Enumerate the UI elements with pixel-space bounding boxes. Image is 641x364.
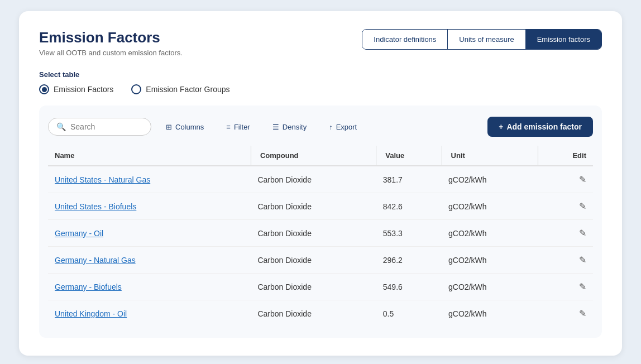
density-button[interactable]: ☰ Density <box>265 119 314 135</box>
cell-name-1: United States - Biofuels <box>48 193 251 220</box>
filter-icon: ≡ <box>226 123 231 131</box>
col-name: Name <box>48 146 251 166</box>
page-title: Emission Factors <box>39 29 183 46</box>
table-row: United States - Natural Gas Carbon Dioxi… <box>48 166 593 193</box>
cell-edit-4[interactable]: ✎ <box>538 274 593 300</box>
page-subtitle: View all OOTB and custom emission factor… <box>39 49 183 57</box>
tab-units-of-measure[interactable]: Units of measure <box>448 30 525 49</box>
radio-circle-factors <box>39 84 49 94</box>
cell-unit-0: gCO2/kWh <box>442 166 538 193</box>
cell-name-0: United States - Natural Gas <box>48 166 251 193</box>
cell-name-5: United Kingdom - Oil <box>48 300 251 327</box>
cell-compound-5: Carbon Dioxide <box>251 300 376 327</box>
name-link-4[interactable]: Germany - Biofuels <box>55 282 122 291</box>
table-row: Germany - Natural Gas Carbon Dioxide 296… <box>48 247 593 274</box>
cell-unit-1: gCO2/kWh <box>442 193 538 220</box>
radio-label-groups: Emission Factor Groups <box>146 85 229 94</box>
cell-compound-1: Carbon Dioxide <box>251 193 376 220</box>
name-link-3[interactable]: Germany - Natural Gas <box>55 256 136 265</box>
select-table-section: Select table Emission Factors Emission F… <box>39 70 602 94</box>
col-edit: Edit <box>538 146 593 166</box>
cell-value-2: 553.3 <box>376 220 442 247</box>
add-label: Add emission factor <box>506 122 582 131</box>
col-unit: Unit <box>442 146 538 166</box>
name-link-1[interactable]: United States - Biofuels <box>55 202 136 211</box>
cell-value-3: 296.2 <box>376 247 442 274</box>
columns-button[interactable]: ⊞ Columns <box>158 119 212 135</box>
cell-edit-2[interactable]: ✎ <box>538 220 593 247</box>
cell-unit-3: gCO2/kWh <box>442 247 538 274</box>
cell-unit-2: gCO2/kWh <box>442 220 538 247</box>
cell-edit-5[interactable]: ✎ <box>538 300 593 327</box>
cell-value-4: 549.6 <box>376 274 442 300</box>
search-box[interactable]: 🔍 <box>48 118 151 136</box>
table-row: United States - Biofuels Carbon Dioxide … <box>48 193 593 220</box>
cell-compound-4: Carbon Dioxide <box>251 274 376 300</box>
cell-value-1: 842.6 <box>376 193 442 220</box>
export-icon: ↑ <box>329 123 333 131</box>
filter-label: Filter <box>234 123 250 131</box>
table-row: Germany - Biofuels Carbon Dioxide 549.6 … <box>48 274 593 300</box>
radio-label-factors: Emission Factors <box>54 85 113 94</box>
select-table-label: Select table <box>39 70 602 79</box>
cell-edit-1[interactable]: ✎ <box>538 193 593 220</box>
export-label: Export <box>336 123 357 131</box>
radio-circle-groups <box>131 84 141 94</box>
name-link-5[interactable]: United Kingdom - Oil <box>55 309 127 318</box>
density-label: Density <box>283 123 307 131</box>
radio-group: Emission Factors Emission Factor Groups <box>39 84 602 94</box>
table-row: United Kingdom - Oil Carbon Dioxide 0.5 … <box>48 300 593 327</box>
cell-compound-2: Carbon Dioxide <box>251 220 376 247</box>
header-left: Emission Factors View all OOTB and custo… <box>39 29 183 57</box>
col-compound: Compound <box>251 146 376 166</box>
radio-emission-factors[interactable]: Emission Factors <box>39 84 113 94</box>
tab-emission-factors[interactable]: Emission factors <box>526 30 601 49</box>
cell-value-5: 0.5 <box>376 300 442 327</box>
table-row: Germany - Oil Carbon Dioxide 553.3 gCO2/… <box>48 220 593 247</box>
cell-name-2: Germany - Oil <box>48 220 251 247</box>
cell-compound-0: Carbon Dioxide <box>251 166 376 193</box>
add-emission-factor-button[interactable]: + Add emission factor <box>487 117 593 137</box>
cell-unit-4: gCO2/kWh <box>442 274 538 300</box>
cell-name-3: Germany - Natural Gas <box>48 247 251 274</box>
tab-group: Indicator definitions Units of measure E… <box>362 29 602 50</box>
cell-unit-5: gCO2/kWh <box>442 300 538 327</box>
main-card: Emission Factors View all OOTB and custo… <box>19 11 622 356</box>
cell-edit-3[interactable]: ✎ <box>538 247 593 274</box>
filter-button[interactable]: ≡ Filter <box>218 119 257 135</box>
cell-value-0: 381.7 <box>376 166 442 193</box>
cell-edit-0[interactable]: ✎ <box>538 166 593 193</box>
search-icon: 🔍 <box>56 122 66 131</box>
columns-label: Columns <box>175 123 204 131</box>
export-button[interactable]: ↑ Export <box>321 119 365 135</box>
density-icon: ☰ <box>272 123 279 131</box>
name-link-2[interactable]: Germany - Oil <box>55 229 103 238</box>
header: Emission Factors View all OOTB and custo… <box>39 29 602 57</box>
tab-indicator-definitions[interactable]: Indicator definitions <box>362 30 448 49</box>
emission-factors-table: Name Compound Value Unit Edit United Sta… <box>48 146 593 327</box>
plus-icon: + <box>499 122 503 131</box>
toolbar: 🔍 ⊞ Columns ≡ Filter ☰ Density ↑ Export … <box>48 117 593 137</box>
radio-emission-factor-groups[interactable]: Emission Factor Groups <box>131 84 229 94</box>
cell-compound-3: Carbon Dioxide <box>251 247 376 274</box>
search-input[interactable] <box>70 122 143 131</box>
cell-name-4: Germany - Biofuels <box>48 274 251 300</box>
columns-icon: ⊞ <box>166 123 172 131</box>
col-value: Value <box>376 146 442 166</box>
table-header-row: Name Compound Value Unit Edit <box>48 146 593 166</box>
name-link-0[interactable]: United States - Natural Gas <box>55 175 150 184</box>
